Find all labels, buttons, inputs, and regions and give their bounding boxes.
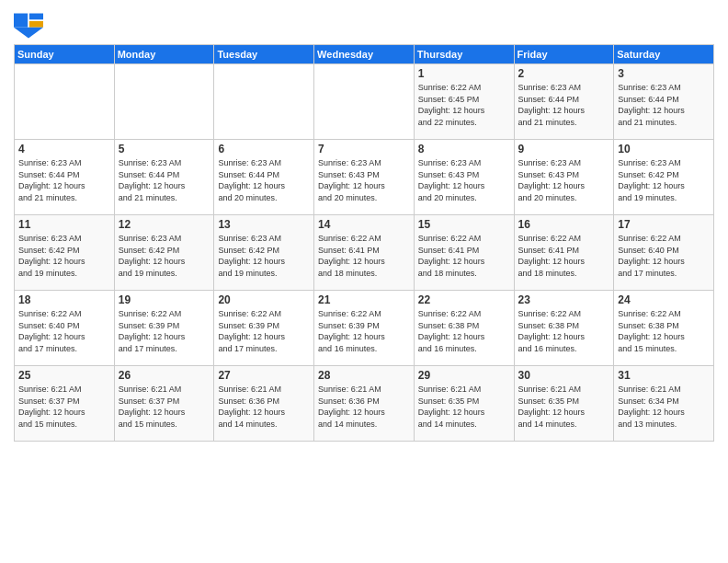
day-info: Sunrise: 6:22 AM Sunset: 6:38 PM Dayligh… — [618, 308, 710, 354]
day-info: Sunrise: 6:22 AM Sunset: 6:38 PM Dayligh… — [518, 308, 610, 354]
day-info: Sunrise: 6:21 AM Sunset: 6:37 PM Dayligh… — [18, 384, 110, 430]
day-number: 23 — [518, 293, 610, 306]
day-info: Sunrise: 6:21 AM Sunset: 6:35 PM Dayligh… — [418, 384, 510, 430]
svg-rect-0 — [14, 14, 28, 28]
day-cell: 23Sunrise: 6:22 AM Sunset: 6:38 PM Dayli… — [514, 291, 614, 366]
header-wednesday: Wednesday — [314, 45, 415, 64]
day-cell: 29Sunrise: 6:21 AM Sunset: 6:35 PM Dayli… — [414, 366, 514, 442]
header-friday: Friday — [514, 45, 614, 64]
day-cell: 13Sunrise: 6:23 AM Sunset: 6:42 PM Dayli… — [214, 215, 314, 291]
day-number: 21 — [318, 293, 410, 306]
day-number: 6 — [218, 143, 310, 155]
day-cell: 30Sunrise: 6:21 AM Sunset: 6:35 PM Dayli… — [514, 366, 614, 442]
day-info: Sunrise: 6:22 AM Sunset: 6:41 PM Dayligh… — [418, 233, 510, 279]
day-info: Sunrise: 6:22 AM Sunset: 6:41 PM Dayligh… — [518, 233, 610, 279]
day-number: 24 — [618, 293, 710, 306]
day-info: Sunrise: 6:21 AM Sunset: 6:36 PM Dayligh… — [218, 384, 310, 430]
day-info: Sunrise: 6:22 AM Sunset: 6:38 PM Dayligh… — [418, 308, 510, 354]
day-cell: 11Sunrise: 6:23 AM Sunset: 6:42 PM Dayli… — [15, 215, 115, 291]
day-info: Sunrise: 6:23 AM Sunset: 6:44 PM Dayligh… — [618, 82, 710, 128]
day-number: 26 — [119, 369, 210, 382]
day-number: 31 — [618, 369, 710, 382]
day-info: Sunrise: 6:23 AM Sunset: 6:44 PM Dayligh… — [218, 157, 310, 203]
day-cell: 15Sunrise: 6:22 AM Sunset: 6:41 PM Dayli… — [414, 215, 514, 291]
day-number: 13 — [218, 218, 310, 231]
day-info: Sunrise: 6:23 AM Sunset: 6:44 PM Dayligh… — [119, 157, 210, 203]
week-row-2: 4Sunrise: 6:23 AM Sunset: 6:44 PM Daylig… — [15, 140, 714, 215]
day-cell: 5Sunrise: 6:23 AM Sunset: 6:44 PM Daylig… — [114, 140, 214, 215]
day-number: 7 — [318, 143, 410, 155]
day-cell — [15, 64, 115, 140]
day-cell: 19Sunrise: 6:22 AM Sunset: 6:39 PM Dayli… — [114, 291, 214, 366]
day-number: 17 — [618, 218, 710, 231]
day-number: 22 — [418, 293, 510, 306]
day-cell: 6Sunrise: 6:23 AM Sunset: 6:44 PM Daylig… — [214, 140, 314, 215]
day-number: 28 — [318, 369, 410, 382]
day-cell: 18Sunrise: 6:22 AM Sunset: 6:40 PM Dayli… — [15, 291, 115, 366]
day-info: Sunrise: 6:22 AM Sunset: 6:45 PM Dayligh… — [418, 82, 510, 128]
day-number: 18 — [18, 293, 110, 306]
header-tuesday: Tuesday — [214, 45, 314, 64]
day-cell: 1Sunrise: 6:22 AM Sunset: 6:45 PM Daylig… — [414, 64, 514, 140]
header — [14, 9, 714, 39]
day-number: 10 — [618, 143, 710, 155]
day-info: Sunrise: 6:21 AM Sunset: 6:36 PM Dayligh… — [318, 384, 410, 430]
svg-marker-3 — [14, 28, 43, 39]
day-number: 4 — [18, 143, 110, 155]
day-info: Sunrise: 6:21 AM Sunset: 6:35 PM Dayligh… — [518, 384, 610, 430]
header-sunday: Sunday — [15, 45, 115, 64]
calendar-page: SundayMondayTuesdayWednesdayThursdayFrid… — [0, 0, 728, 451]
day-cell: 17Sunrise: 6:22 AM Sunset: 6:40 PM Dayli… — [614, 215, 714, 291]
week-row-5: 25Sunrise: 6:21 AM Sunset: 6:37 PM Dayli… — [15, 366, 714, 442]
calendar-table: SundayMondayTuesdayWednesdayThursdayFrid… — [14, 44, 714, 442]
day-cell: 3Sunrise: 6:23 AM Sunset: 6:44 PM Daylig… — [614, 64, 714, 140]
day-number: 1 — [418, 67, 510, 80]
svg-rect-1 — [29, 14, 43, 20]
day-cell: 10Sunrise: 6:23 AM Sunset: 6:42 PM Dayli… — [614, 140, 714, 215]
logo-icon — [14, 13, 43, 39]
day-info: Sunrise: 6:23 AM Sunset: 6:43 PM Dayligh… — [418, 157, 510, 203]
day-number: 3 — [618, 67, 710, 80]
week-row-1: 1Sunrise: 6:22 AM Sunset: 6:45 PM Daylig… — [15, 64, 714, 140]
week-row-4: 18Sunrise: 6:22 AM Sunset: 6:40 PM Dayli… — [15, 291, 714, 366]
day-number: 25 — [18, 369, 110, 382]
header-thursday: Thursday — [414, 45, 514, 64]
day-cell: 2Sunrise: 6:23 AM Sunset: 6:44 PM Daylig… — [514, 64, 614, 140]
header-monday: Monday — [114, 45, 214, 64]
day-info: Sunrise: 6:22 AM Sunset: 6:41 PM Dayligh… — [318, 233, 410, 279]
day-cell: 14Sunrise: 6:22 AM Sunset: 6:41 PM Dayli… — [314, 215, 415, 291]
day-info: Sunrise: 6:23 AM Sunset: 6:43 PM Dayligh… — [318, 157, 410, 203]
day-cell: 8Sunrise: 6:23 AM Sunset: 6:43 PM Daylig… — [414, 140, 514, 215]
day-number: 20 — [218, 293, 310, 306]
day-cell: 21Sunrise: 6:22 AM Sunset: 6:39 PM Dayli… — [314, 291, 415, 366]
day-info: Sunrise: 6:23 AM Sunset: 6:43 PM Dayligh… — [518, 157, 610, 203]
day-info: Sunrise: 6:23 AM Sunset: 6:44 PM Dayligh… — [18, 157, 110, 203]
day-cell: 20Sunrise: 6:22 AM Sunset: 6:39 PM Dayli… — [214, 291, 314, 366]
day-info: Sunrise: 6:23 AM Sunset: 6:42 PM Dayligh… — [218, 233, 310, 279]
day-cell: 26Sunrise: 6:21 AM Sunset: 6:37 PM Dayli… — [114, 366, 214, 442]
day-cell: 22Sunrise: 6:22 AM Sunset: 6:38 PM Dayli… — [414, 291, 514, 366]
day-cell: 4Sunrise: 6:23 AM Sunset: 6:44 PM Daylig… — [15, 140, 115, 215]
day-cell: 12Sunrise: 6:23 AM Sunset: 6:42 PM Dayli… — [114, 215, 214, 291]
day-cell: 16Sunrise: 6:22 AM Sunset: 6:41 PM Dayli… — [514, 215, 614, 291]
day-number: 14 — [318, 218, 410, 231]
day-info: Sunrise: 6:22 AM Sunset: 6:39 PM Dayligh… — [119, 308, 210, 354]
day-info: Sunrise: 6:23 AM Sunset: 6:44 PM Dayligh… — [518, 82, 610, 128]
day-info: Sunrise: 6:22 AM Sunset: 6:39 PM Dayligh… — [318, 308, 410, 354]
header-row: SundayMondayTuesdayWednesdayThursdayFrid… — [15, 45, 714, 64]
day-number: 11 — [18, 218, 110, 231]
day-cell: 25Sunrise: 6:21 AM Sunset: 6:37 PM Dayli… — [15, 366, 115, 442]
day-number: 15 — [418, 218, 510, 231]
day-info: Sunrise: 6:23 AM Sunset: 6:42 PM Dayligh… — [119, 233, 210, 279]
day-cell: 31Sunrise: 6:21 AM Sunset: 6:34 PM Dayli… — [614, 366, 714, 442]
day-cell — [114, 64, 214, 140]
day-cell: 24Sunrise: 6:22 AM Sunset: 6:38 PM Dayli… — [614, 291, 714, 366]
day-number: 2 — [518, 67, 610, 80]
day-info: Sunrise: 6:22 AM Sunset: 6:39 PM Dayligh… — [218, 308, 310, 354]
day-info: Sunrise: 6:22 AM Sunset: 6:40 PM Dayligh… — [618, 233, 710, 279]
day-number: 27 — [218, 369, 310, 382]
day-info: Sunrise: 6:21 AM Sunset: 6:37 PM Dayligh… — [119, 384, 210, 430]
day-number: 5 — [119, 143, 210, 155]
week-row-3: 11Sunrise: 6:23 AM Sunset: 6:42 PM Dayli… — [15, 215, 714, 291]
day-number: 19 — [119, 293, 210, 306]
